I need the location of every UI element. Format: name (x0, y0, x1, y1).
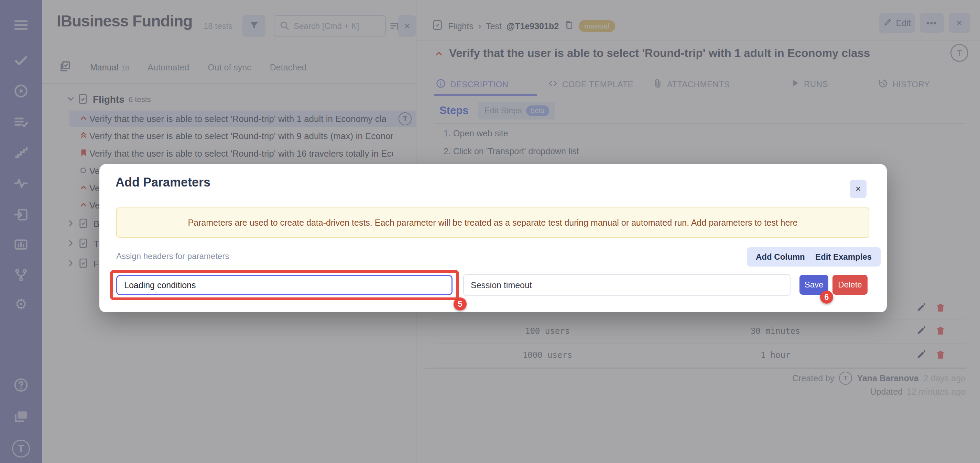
add-column-label: Add Column (756, 252, 805, 262)
edit-examples-label: Edit Examples (815, 252, 872, 262)
info-alert: Parameters are used to create data-drive… (116, 208, 869, 238)
add-parameters-modal: Add Parameters × Parameters are used to … (99, 164, 887, 312)
add-column-button[interactable]: Add Column (747, 247, 814, 266)
app-screen: ⚙ T IBusiness Funding 18 tests × (0, 0, 980, 463)
save-label: Save (805, 280, 824, 290)
annotation-badge-6: 6 (820, 290, 833, 304)
info-alert-text: Parameters are used to create data-drive… (188, 218, 797, 228)
close-icon: × (856, 184, 861, 194)
assign-headers-label: Assign headers for parameters (116, 251, 229, 261)
delete-button[interactable]: Delete (832, 275, 867, 295)
annotation-highlight-box (110, 270, 459, 300)
parameter-name-input[interactable] (116, 275, 452, 295)
modal-title: Add Parameters (116, 175, 210, 190)
delete-label: Delete (838, 280, 862, 290)
modal-close-button[interactable]: × (850, 180, 867, 198)
edit-examples-button[interactable]: Edit Examples (807, 247, 881, 266)
parameter-name-input-2[interactable] (463, 274, 791, 296)
annotation-badge-5: 5 (453, 297, 467, 311)
